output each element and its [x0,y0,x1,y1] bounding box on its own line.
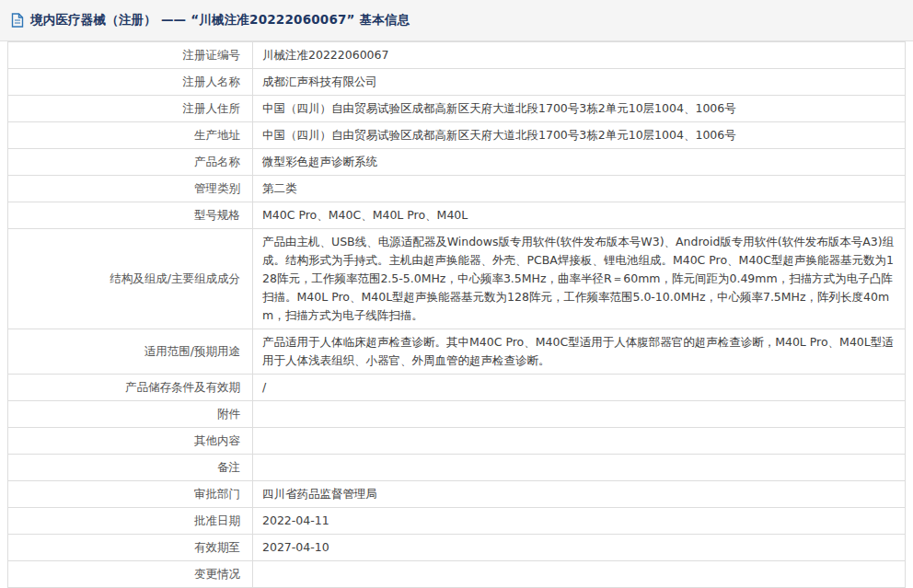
table-row: 产品储存条件及有效期/ [8,375,906,401]
document-icon [11,13,24,28]
table-row: 产品名称微型彩色超声诊断系统 [8,149,906,176]
row-value: 2027-04-10 [253,535,906,561]
row-value [253,428,906,455]
row-value: 2022-04-11 [253,508,906,535]
table-row: 审批部门四川省药品监督管理局 [8,481,906,508]
row-label: 变更情况 [8,561,253,588]
table-row: 生产地址中国（四川）自由贸易试验区成都高新区天府大道北段1700号3栋2单元10… [8,122,906,149]
row-label: 结构及组成/主要组成成分 [8,229,253,329]
row-label: 附件 [8,401,253,428]
info-table: 注册证编号川械注准20222060067注册人名称成都汇声科技有限公司注册人住所… [7,41,906,588]
registration-info-page: 境内医疗器械（注册） —— “川械注准20222060067” 基本信息 注册证… [0,0,913,588]
row-value: M40C Pro、M40C、M40L Pro、M40L [253,202,906,229]
row-label: 备注 [8,455,253,481]
row-label: 注册证编号 [8,42,253,69]
row-label: 产品名称 [8,149,253,176]
row-value: 产品适用于人体临床超声检查诊断。其中M40C Pro、M40C型适用于人体腹部器… [253,329,906,375]
row-label: 批准日期 [8,508,253,535]
table-row: 注册证编号川械注准20222060067 [8,42,906,69]
row-value: 产品由主机、USB线、电源适配器及Windows版专用软件(软件发布版本号W3)… [253,229,906,329]
row-label: 产品储存条件及有效期 [8,375,253,401]
row-value: 川械注准20222060067 [253,42,906,69]
row-label: 其他内容 [8,428,253,455]
row-label: 型号规格 [8,202,253,229]
page-header: 境内医疗器械（注册） —— “川械注准20222060067” 基本信息 [0,0,913,41]
row-label: 注册人住所 [8,96,253,122]
row-value: 中国（四川）自由贸易试验区成都高新区天府大道北段1700号3栋2单元10层100… [253,96,906,122]
row-value [253,455,906,481]
row-value: 成都汇声科技有限公司 [253,69,906,96]
table-row: 型号规格M40C Pro、M40C、M40L Pro、M40L [8,202,906,229]
table-row: 批准日期2022-04-11 [8,508,906,535]
row-label: 适用范围/预期用途 [8,329,253,375]
info-table-body: 注册证编号川械注准20222060067注册人名称成都汇声科技有限公司注册人住所… [8,42,906,588]
table-row: 管理类别第二类 [8,176,906,202]
table-row: 附件 [8,401,906,428]
row-label: 生产地址 [8,122,253,149]
row-value: / [253,375,906,401]
table-row: 注册人名称成都汇声科技有限公司 [8,69,906,96]
table-row: 有效期至2027-04-10 [8,535,906,561]
row-value [253,401,906,428]
row-value: 四川省药品监督管理局 [253,481,906,508]
table-row: 适用范围/预期用途产品适用于人体临床超声检查诊断。其中M40C Pro、M40C… [8,329,906,375]
row-label: 注册人名称 [8,69,253,96]
table-row: 备注 [8,455,906,481]
table-row: 其他内容 [8,428,906,455]
row-label: 有效期至 [8,535,253,561]
row-label: 管理类别 [8,176,253,202]
table-row: 结构及组成/主要组成成分产品由主机、USB线、电源适配器及Windows版专用软… [8,229,906,329]
page-title: 境内医疗器械（注册） —— “川械注准20222060067” 基本信息 [30,12,410,29]
row-value: 中国（四川）自由贸易试验区成都高新区天府大道北段1700号3栋2单元10层100… [253,122,906,149]
table-row: 变更情况 [8,561,906,588]
row-value: 微型彩色超声诊断系统 [253,149,906,176]
row-value: 第二类 [253,176,906,202]
table-row: 注册人住所中国（四川）自由贸易试验区成都高新区天府大道北段1700号3栋2单元1… [8,96,906,122]
row-value [253,561,906,588]
row-label: 审批部门 [8,481,253,508]
